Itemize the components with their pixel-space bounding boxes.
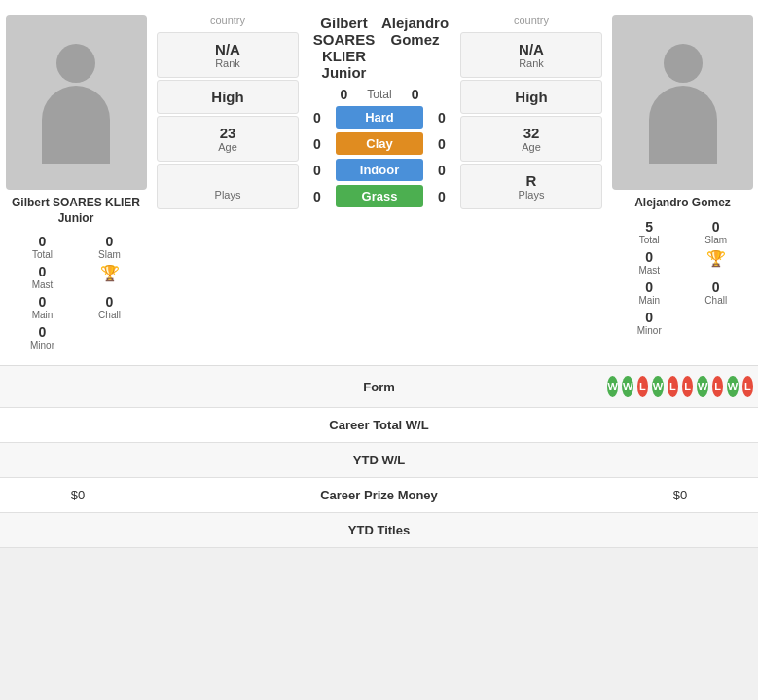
right-player-name: Alejandro Gomez xyxy=(634,196,731,211)
career-wl-left xyxy=(0,416,156,435)
prize-right: $0 xyxy=(602,478,758,512)
career-wl-right xyxy=(602,416,758,435)
left-rank-box: N/A Rank xyxy=(157,32,299,78)
center-names-row: Gilbert SOARES KLIER Junior Alejandro Go… xyxy=(308,15,451,81)
right-age-box: 32 Age xyxy=(460,116,602,162)
right-silhouette-head xyxy=(664,44,703,83)
left-stat-slam: 0 Slam xyxy=(82,234,137,260)
silhouette-body xyxy=(42,86,110,164)
center-section: Gilbert SOARES KLIER Junior Alejandro Go… xyxy=(304,10,455,216)
trophy-icon-left: 🏆 xyxy=(100,264,120,282)
left-avatar-silhouette xyxy=(37,44,115,161)
ytd-wl-left xyxy=(0,451,156,470)
right-plays-box: R Plays xyxy=(460,164,602,209)
ytd-titles-row: YTD Titles xyxy=(0,513,758,548)
silhouette-head xyxy=(56,44,95,83)
left-stat-chall: 0 Chall xyxy=(82,294,137,320)
right-country: country xyxy=(460,15,602,26)
form-badge: L xyxy=(682,376,693,397)
career-wl-row: Career Total W/L xyxy=(0,408,758,443)
form-badge: L xyxy=(712,376,723,397)
left-player-stats: 0 Total 0 Slam 0 Mast 🏆 0 Main xyxy=(5,234,147,350)
ytd-wl-label: YTD W/L xyxy=(156,443,602,477)
right-stat-mast: 0 Mast xyxy=(622,249,677,276)
ytd-wl-row: YTD W/L xyxy=(0,443,758,478)
right-stat-slam: 0 Slam xyxy=(689,219,744,245)
right-info-card: country N/A Rank High 32 Age R Plays xyxy=(455,10,607,214)
left-country: country xyxy=(157,15,299,26)
right-avatar-silhouette xyxy=(644,44,722,161)
prize-row: $0 Career Prize Money $0 xyxy=(0,478,758,513)
ytd-titles-label: YTD Titles xyxy=(156,513,602,547)
career-wl-label: Career Total W/L xyxy=(156,408,602,442)
left-trophy-icon-area: 🏆 xyxy=(82,264,137,290)
ytd-titles-right xyxy=(602,521,758,540)
right-trophy-icon-area: 🏆 xyxy=(689,249,744,276)
right-silhouette-body xyxy=(649,86,717,164)
form-badges: WWLWLLWLWL xyxy=(607,376,753,397)
players-section: Gilbert SOARES KLIER Junior 0 Total 0 Sl… xyxy=(0,0,758,366)
main-container: Gilbert SOARES KLIER Junior 0 Total 0 Sl… xyxy=(0,0,758,548)
right-player-avatar xyxy=(612,15,753,190)
surface-rows: 0 Hard 0 0 Clay 0 0 Indoor 0 0 Grass 0 xyxy=(308,106,451,211)
right-player-stats: 5 Total 0 Slam 0 Mast 🏆 0 Main xyxy=(612,219,753,336)
ytd-wl-right xyxy=(602,451,758,470)
right-stat-main: 0 Main xyxy=(622,279,677,306)
right-stat-total: 5 Total xyxy=(622,219,677,245)
left-info-card: country N/A Rank High 23 Age Plays xyxy=(152,10,304,214)
form-badges-container: WWLWLLWLWL xyxy=(602,366,758,407)
form-badge: W xyxy=(607,376,618,397)
form-badge: L xyxy=(637,376,648,397)
form-badge: W xyxy=(652,376,663,397)
right-rank-box: N/A Rank xyxy=(460,32,602,78)
form-badge: L xyxy=(668,376,678,397)
surface-row-hard: 0 Hard 0 xyxy=(308,106,451,129)
surface-row-indoor: 0 Indoor 0 xyxy=(308,159,451,181)
form-label: Form xyxy=(156,370,602,404)
prize-left: $0 xyxy=(0,478,156,512)
center-right-name: Alejandro Gomez xyxy=(379,15,451,81)
left-player-avatar xyxy=(6,15,147,190)
trophy-icon-right: 🏆 xyxy=(706,249,726,268)
form-badge: W xyxy=(622,376,632,397)
left-stat-main: 0 Main xyxy=(15,294,70,320)
right-stat-minor: 0 Minor xyxy=(622,310,677,336)
form-row: Form WWLWLLWLWL xyxy=(0,366,758,408)
form-badge: L xyxy=(742,376,753,397)
surface-row-grass: 0 Grass 0 xyxy=(308,185,451,207)
form-left xyxy=(0,377,156,396)
left-stat-minor: 0 Minor xyxy=(15,324,70,350)
form-badge: W xyxy=(727,376,738,397)
left-player-name: Gilbert SOARES KLIER Junior xyxy=(12,196,140,226)
left-plays-box: Plays xyxy=(157,164,299,209)
left-player-card: Gilbert SOARES KLIER Junior 0 Total 0 Sl… xyxy=(0,10,152,355)
left-stat-total: 0 Total xyxy=(15,234,70,260)
prize-label: Career Prize Money xyxy=(156,478,602,512)
bottom-stats: Form WWLWLLWLWL Career Total W/L YTD W/L… xyxy=(0,366,758,548)
form-badge: W xyxy=(697,376,707,397)
left-level-box: High xyxy=(157,80,299,114)
right-stat-chall: 0 Chall xyxy=(689,279,744,306)
right-level-box: High xyxy=(460,80,602,114)
center-left-name: Gilbert SOARES KLIER Junior xyxy=(308,15,379,81)
left-stat-mast: 0 Mast xyxy=(15,264,70,290)
ytd-titles-left xyxy=(0,521,156,540)
total-row: 0 Total 0 xyxy=(335,87,423,102)
surface-row-clay: 0 Clay 0 xyxy=(308,132,451,155)
left-age-box: 23 Age xyxy=(157,116,299,162)
right-player-card: Alejandro Gomez 5 Total 0 Slam 0 Mast 🏆 xyxy=(607,10,758,341)
